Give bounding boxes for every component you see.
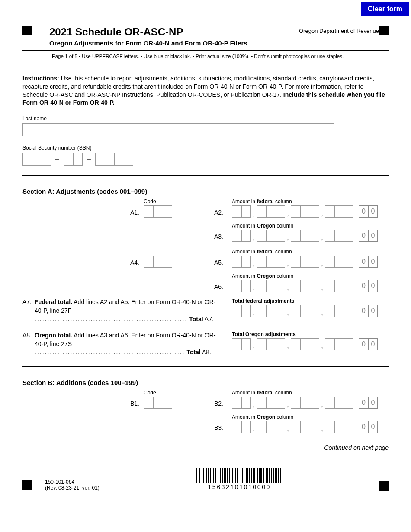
line-a3: A3. — [208, 233, 223, 242]
line-b2: B2. — [208, 400, 223, 409]
line-a5: A5. — [208, 259, 223, 268]
meta-rule — [22, 61, 389, 61]
dash-icon: – — [55, 155, 59, 163]
divider — [22, 175, 389, 176]
total-federal-label: Total federal adjustments — [232, 298, 389, 304]
ssn-group-1[interactable] — [22, 153, 51, 166]
registration-mark-tr — [379, 26, 389, 35]
amount-input-a3[interactable]: , , , . 00 — [232, 230, 389, 242]
row-a8: A8. Oregon total. Add lines A3 and A6. E… — [22, 331, 389, 357]
amount-input-a8[interactable]: , , , . 00 — [232, 338, 389, 350]
code-label: Code — [144, 199, 208, 205]
amount-input-a5[interactable]: , , , . 00 — [232, 256, 389, 268]
last-name-input[interactable] — [22, 123, 334, 136]
amount-federal-label: Amount in federal column — [232, 249, 389, 255]
line-a7: A7. — [22, 298, 35, 324]
row-a4-a5: A4. A5. Amount in federal column , , , .… — [22, 248, 389, 268]
line-a2: A2. — [208, 209, 223, 218]
line-b1: B1. — [22, 400, 144, 409]
department-name: Oregon Department of Revenue — [284, 26, 379, 34]
ssn-label: Social Security number (SSN) — [22, 145, 389, 151]
amount-oregon-label: Amount in Oregon column — [232, 414, 389, 420]
form-title: 2021 Schedule OR-ASC-NP — [49, 26, 267, 38]
footer: 150-101-064 (Rev. 08-23-21, ver. 01) 156… — [22, 468, 389, 491]
line-a1: A1. — [22, 209, 144, 218]
page-container: 2021 Schedule OR-ASC-NP Oregon Adjustmen… — [0, 0, 411, 508]
row-a6: A6. Amount in Oregon column , , , . 00 — [22, 272, 389, 292]
row-a3: A3. Amount in Oregon column , , , . 00 — [22, 222, 389, 242]
a8-text: Oregon total. Add lines A3 and A6. Enter… — [35, 331, 223, 357]
amount-federal-label: Amount in federal column — [232, 199, 389, 205]
amount-federal-label: Amount in federal column — [232, 390, 389, 396]
amount-input-b3[interactable]: , , , . 00 — [232, 421, 389, 433]
dash-icon: – — [87, 155, 91, 163]
code-label: Code — [144, 390, 208, 396]
code-input-a1[interactable] — [144, 205, 208, 218]
instructions-lead: Instructions: — [22, 75, 59, 82]
registration-mark-bl — [22, 480, 32, 490]
amount-oregon-label: Amount in Oregon column — [232, 223, 389, 229]
ssn-group-2[interactable] — [64, 153, 83, 166]
form-id: 150-101-064 (Rev. 08-23-21, ver. 01) — [45, 479, 100, 491]
line-a6: A6. — [208, 283, 223, 292]
line-b3: B3. — [208, 424, 223, 433]
row-a7: A7. Federal total. Add lines A2 and A5. … — [22, 298, 389, 324]
row-b3: B3. Amount in Oregon column , , , . 00 — [22, 413, 389, 433]
meta-instructions: Page 1 of 5 • Use UPPERCASE letters. • U… — [52, 54, 389, 59]
line-a4: A4. — [22, 259, 144, 268]
section-a-title: Section A: Adjustments (codes 001–099) — [22, 188, 389, 195]
line-a8: A8. — [22, 331, 35, 357]
amount-input-a6[interactable]: , , , . 00 — [232, 280, 389, 292]
amount-oregon-label: Amount in Oregon column — [232, 273, 389, 279]
a7-text: Federal total. Add lines A2 and A5. Ente… — [35, 298, 223, 324]
code-input-b1[interactable] — [144, 397, 208, 409]
total-oregon-label: Total Oregon adjustments — [232, 331, 389, 337]
barcode: 15632101010000 — [196, 468, 282, 491]
code-input-a4[interactable] — [144, 256, 208, 268]
amount-input-b2[interactable]: , , , . 00 — [232, 397, 389, 409]
continued-text: Continued on next page — [22, 444, 389, 451]
section-b-title: Section B: Additions (codes 100–199) — [22, 379, 389, 386]
row-b1-b2: B1. Code B2. Amount in federal column , … — [22, 389, 389, 409]
last-name-label: Last name — [22, 115, 389, 122]
registration-mark-br — [379, 481, 389, 491]
header: 2021 Schedule OR-ASC-NP Oregon Adjustmen… — [22, 26, 389, 47]
barcode-number: 15632101010000 — [196, 484, 282, 491]
clear-form-button[interactable]: Clear form — [361, 2, 409, 16]
amount-input-a2[interactable]: , , , . 00 — [232, 205, 389, 218]
header-rule — [22, 50, 389, 51]
instructions-paragraph: Instructions: Use this schedule to repor… — [22, 74, 389, 107]
amount-input-a7[interactable]: , , , . 00 — [232, 305, 389, 317]
ssn-input-group: – – — [22, 153, 389, 166]
registration-mark-tl — [22, 26, 32, 35]
row-a1-a2: A1. Code A2. Amount in federal column , … — [22, 198, 389, 218]
ssn-group-3[interactable] — [95, 153, 133, 166]
divider — [22, 366, 389, 367]
form-subtitle: Oregon Adjustments for Form OR-40-N and … — [49, 39, 267, 47]
